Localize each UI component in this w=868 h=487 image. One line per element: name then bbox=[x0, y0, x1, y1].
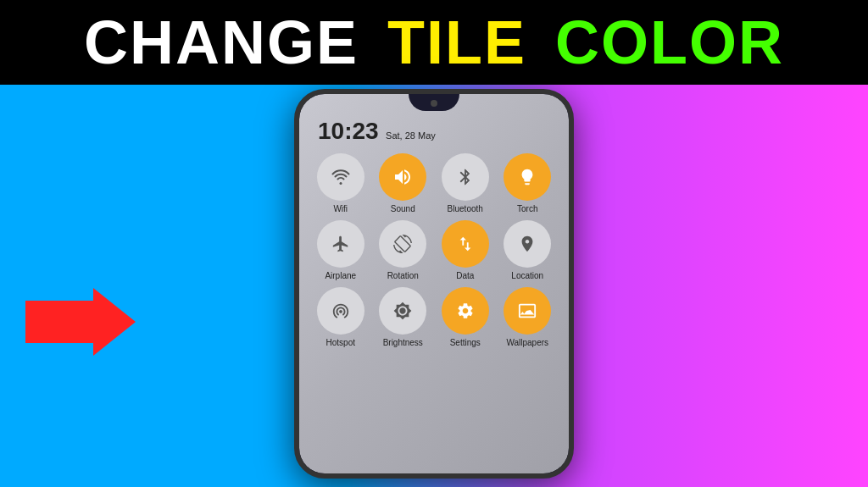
tile-label-location: Location bbox=[511, 271, 543, 280]
phone: 10:23 Sat, 28 May Wifi Sound Bluetooth T… bbox=[294, 89, 574, 479]
tile-label-wifi: Wifi bbox=[333, 204, 348, 213]
tile-location[interactable]: Location bbox=[500, 220, 556, 280]
tile-label-data: Data bbox=[456, 271, 474, 280]
tile-icon-settings bbox=[442, 287, 489, 335]
tile-wallpapers[interactable]: Wallpapers bbox=[500, 287, 556, 347]
tile-icon-airplane bbox=[317, 220, 364, 268]
tile-settings[interactable]: Settings bbox=[437, 287, 493, 347]
time-date: Sat, 28 May bbox=[386, 130, 436, 141]
tile-label-airplane: Airplane bbox=[325, 271, 356, 280]
svg-marker-0 bbox=[25, 288, 136, 356]
tile-label-brightness: Brightness bbox=[383, 338, 423, 347]
tile-bluetooth[interactable]: Bluetooth bbox=[437, 153, 493, 213]
tiles-grid: Wifi Sound Bluetooth Torch Airplane Rota… bbox=[313, 153, 555, 347]
tile-icon-torch bbox=[504, 153, 551, 201]
tile-label-torch: Torch bbox=[517, 204, 537, 213]
tile-torch[interactable]: Torch bbox=[500, 153, 556, 213]
tile-icon-sound bbox=[379, 153, 426, 201]
tile-icon-wallpapers bbox=[504, 287, 551, 335]
tile-icon-data bbox=[442, 220, 489, 268]
tile-label-sound: Sound bbox=[391, 204, 415, 213]
top-bar: CHANGE TILE COLOR bbox=[0, 0, 868, 85]
camera-dot bbox=[431, 100, 437, 107]
tile-label-hotspot: Hotspot bbox=[326, 338, 355, 347]
tile-label-settings: Settings bbox=[450, 338, 481, 347]
side-button-power bbox=[572, 187, 574, 204]
tile-icon-brightness bbox=[379, 287, 426, 335]
tile-airplane[interactable]: Airplane bbox=[313, 220, 369, 280]
side-button-volume bbox=[294, 204, 296, 230]
time-display: 10:23 Sat, 28 May bbox=[318, 118, 436, 145]
tile-icon-rotation bbox=[379, 220, 426, 268]
side-button-power2 bbox=[572, 213, 574, 246]
time-main: 10:23 bbox=[318, 118, 379, 144]
phone-wrapper: 10:23 Sat, 28 May Wifi Sound Bluetooth T… bbox=[294, 89, 574, 479]
tile-label-bluetooth: Bluetooth bbox=[448, 204, 483, 213]
tile-sound[interactable]: Sound bbox=[376, 153, 431, 213]
tile-label-wallpapers: Wallpapers bbox=[506, 338, 548, 347]
tile-label-rotation: Rotation bbox=[387, 271, 419, 280]
title-color: COLOR bbox=[555, 8, 784, 76]
tile-icon-wifi bbox=[317, 153, 364, 201]
red-arrow bbox=[25, 288, 136, 356]
title-tile: TILE bbox=[387, 8, 526, 76]
tile-wifi[interactable]: Wifi bbox=[313, 153, 369, 213]
tile-icon-hotspot bbox=[317, 287, 364, 335]
tile-rotation[interactable]: Rotation bbox=[376, 220, 431, 280]
tile-brightness[interactable]: Brightness bbox=[376, 287, 431, 347]
tile-data[interactable]: Data bbox=[437, 220, 493, 280]
tile-hotspot[interactable]: Hotspot bbox=[313, 287, 369, 347]
tile-icon-location bbox=[504, 220, 551, 268]
tile-icon-bluetooth bbox=[442, 153, 489, 201]
title-change: CHANGE bbox=[84, 8, 359, 76]
title: CHANGE TILE COLOR bbox=[84, 12, 784, 73]
